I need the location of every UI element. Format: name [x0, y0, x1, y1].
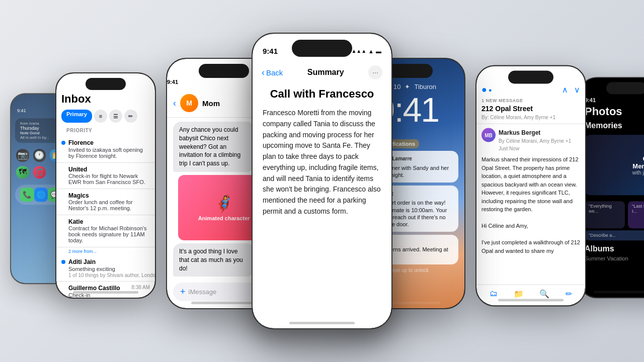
mail-sender-time: Just Now [499, 145, 580, 152]
describe-card: "Describe a... [580, 229, 644, 241]
app-icon-maps[interactable]: 🗺 [16, 166, 29, 179]
app-icon-camera[interactable]: 📷 [16, 149, 29, 162]
archive-icon[interactable]: 🗂 [490, 289, 498, 299]
quotes-row: "Everything we... "Last summer I... [580, 199, 644, 229]
mail-sender-info: Markus Berget By Céline Morani, Amy Byrn… [499, 128, 580, 152]
dock-phone[interactable]: 📞 [20, 188, 34, 202]
summary-content: Call with Francesco Francesco Moretti fr… [253, 82, 391, 322]
memories-card-sub: with just the... [632, 170, 644, 175]
mail-item-1[interactable]: United Check-in for flight to Newark EWR… [56, 163, 155, 189]
mail-detail-body: MB Markus Berget By Céline Morani, Amy B… [476, 124, 585, 255]
mail-preview-aditi: 1 of 10 things by Shivani author, London… [68, 273, 155, 278]
msg-bubble-1: It's a good thing I love that cat as muc… [173, 243, 255, 277]
location-text: Tiburon [414, 83, 436, 90]
mail-sender-guillermo: Guillermo Castillo [68, 285, 120, 292]
back-button[interactable]: ‹ Back [262, 67, 283, 78]
mail-body-text-2: Hi Céline and Amy, [481, 222, 580, 230]
mail-detail-back-icon: ● [481, 84, 487, 95]
folder-icon[interactable]: 📁 [514, 289, 524, 299]
mail-sender-1: United [68, 166, 150, 173]
memories-row: Memories › [585, 121, 644, 130]
app-icon-music[interactable]: 🎵 [33, 166, 46, 179]
mail-filter-icon-1[interactable]: ≡ [94, 110, 107, 123]
quote-card-1: "Everything we... [585, 201, 625, 228]
contact-name: Mom [202, 99, 220, 108]
contact-avatar: M [180, 94, 198, 112]
msg-bubble-0: Any chance you could babysit Chico next … [173, 122, 255, 172]
phone-photos: 9:41 ▲▲ ● ■ Photos Memories › Create Mem… [579, 77, 644, 298]
memories-card[interactable]: Create Memories with just the... [585, 135, 644, 195]
home-indicator-third [73, 291, 138, 294]
mail-detail-toolbar: 🗂 📁 🔍 ✏ [476, 285, 585, 299]
photos-title: Photos [585, 105, 644, 118]
summary-body-text: Francesco Moretti from the moving compan… [263, 108, 381, 217]
dynamic-island-sixth [606, 82, 644, 94]
message-add-icon[interactable]: + [180, 287, 186, 297]
messages-status-time: 9:41 [167, 79, 178, 85]
mail-sender-3: Katie [68, 218, 150, 225]
compose-icon[interactable]: ✏ [566, 289, 572, 299]
mail-subject-1: Check-in for flight to Newark EWR from S… [68, 173, 150, 185]
mail-body-text: Markus shared their impressions of 212 O… [481, 155, 580, 214]
more-from-label: 2 more from... [56, 247, 155, 255]
mail-next-icon[interactable]: ∨ [574, 85, 580, 95]
dock-safari[interactable]: 🌐 [34, 188, 48, 202]
memories-card-content: Create Memories with just the... [632, 155, 644, 175]
mail-subject-2: Order lunch and coffee for Nestor's 12 p… [68, 199, 150, 211]
back-chevron-icon: ‹ [262, 67, 265, 78]
star-icon: ✦ [405, 83, 410, 90]
photos-status-time: 9:41 [585, 97, 596, 103]
summary-call-title: Call with Francesco [263, 87, 381, 101]
mail-item-2[interactable]: Magics Order lunch and coffee for Nestor… [56, 189, 155, 215]
center-status-time: 9:41 [263, 47, 278, 55]
app-icon-clock[interactable]: 🕐 [33, 149, 46, 162]
albums-row: Albums › [580, 241, 644, 255]
messages-back-btn[interactable]: ‹ [173, 98, 176, 109]
unread-dot-aditi [61, 260, 65, 264]
phone-summary: 9:41 ▲▲▲ ▲ ▬ ‹ Back Summary ··· [252, 33, 392, 329]
search-toolbar-icon[interactable]: 🔍 [539, 289, 549, 299]
mail-subject-aditi: Something exciting [68, 266, 155, 272]
mail-item-3[interactable]: Katie Contract for Michael Robinson's bo… [56, 215, 155, 247]
mail-sender-sub: By Céline Morani, Amy Byrne +1 [499, 137, 580, 145]
mail-item-0[interactable]: Florence Invited to izakaya soft opening… [56, 136, 155, 163]
mail-filter-icon-2[interactable]: ☰ [109, 110, 122, 123]
signal-icon: ▲▲▲ [351, 48, 366, 54]
mail-primary-filter[interactable]: Primary [61, 110, 92, 123]
mail-priority-label: PRIORITY [61, 126, 150, 134]
back-area[interactable]: ● ● [481, 84, 492, 95]
mail-subject-3: Contract for Michael Robinson's book nee… [68, 225, 150, 243]
memories-card-title2: Memories [632, 162, 644, 170]
mail-body-text-3: I've just completed a walkthrough of 212… [481, 238, 580, 255]
home-status-time: 9:41 [17, 108, 26, 113]
dynamic-island-third [86, 78, 126, 90]
phone-mail-detail: ● ● ∧ ∨ 1 NEW MESSAGE 212 Opal Street By… [475, 65, 586, 307]
unread-dot-0 [61, 141, 65, 145]
more-options-button[interactable]: ··· [368, 65, 382, 79]
mail-compose-icon[interactable]: ✏ [124, 110, 137, 123]
summary-nav-title: Summary [307, 68, 344, 77]
mail-item-guillermo[interactable]: Guillermo Castillo 8:38 AM Check-in Next… [56, 282, 155, 298]
quote-card-2: "Last summer I... [628, 201, 644, 228]
mail-detail-subject: 212 Opal Street [481, 105, 580, 113]
mail-time-guillermo: 8:38 AM [131, 285, 150, 290]
dynamic-island-fifth [508, 71, 553, 84]
new-message-badge: 1 NEW MESSAGE [481, 98, 580, 103]
home-indicator-fifth [498, 299, 564, 302]
mail-detail-from: By: Céline Morani, Amy Byrne +1 [481, 115, 580, 120]
mail-sender-2: Magics [68, 192, 150, 199]
memories-card-bg: Create Memories with just the... [585, 135, 644, 195]
mail-detail-actions: ∧ ∨ [562, 85, 580, 95]
mail-sender-row: MB Markus Berget By Céline Morani, Amy B… [481, 128, 580, 152]
mail-item-aditi[interactable]: Aditi Jain 3:41 AM Something exciting 1 … [56, 255, 155, 282]
phones-container: 9:41 ▲ ● ■ from Ivana Thursday Note Good… [0, 0, 644, 362]
summer-vacation-label: Summer Vacation [580, 255, 644, 261]
dynamic-island-second [199, 64, 249, 78]
mail-filter-row: Primary ≡ ☰ ✏ [61, 110, 150, 123]
mail-sender-avatar: MB [481, 128, 496, 142]
mail-sender-0: Florence [68, 139, 94, 146]
home-indicator-sixth [594, 291, 644, 293]
battery-icon: ▬ [376, 48, 381, 54]
mail-prev-icon[interactable]: ∧ [562, 85, 568, 95]
photos-status-bar: 9:41 ▲▲ ● ■ [585, 97, 644, 103]
